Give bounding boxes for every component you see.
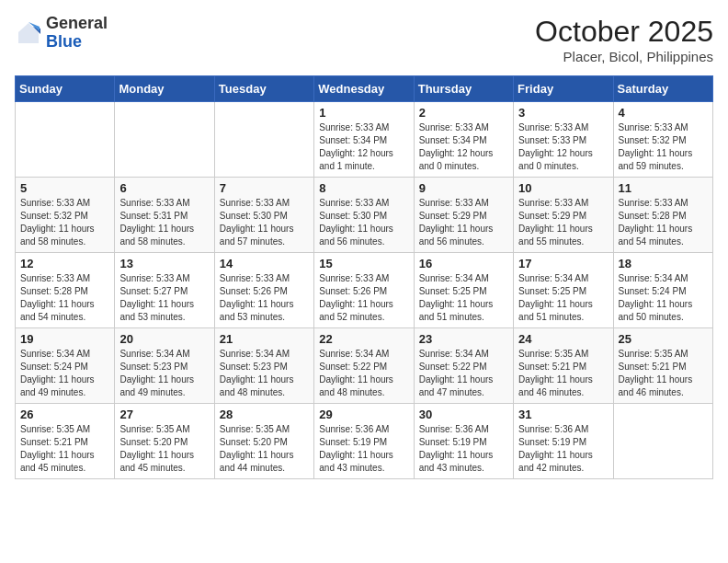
day-cell: 20Sunrise: 5:34 AM Sunset: 5:23 PM Dayli… <box>115 328 214 404</box>
day-info: Sunrise: 5:33 AM Sunset: 5:32 PM Dayligh… <box>20 197 109 248</box>
day-info: Sunrise: 5:34 AM Sunset: 5:22 PM Dayligh… <box>419 348 508 399</box>
day-cell: 25Sunrise: 5:35 AM Sunset: 5:21 PM Dayli… <box>613 328 712 404</box>
day-number: 16 <box>419 257 508 270</box>
day-cell: 12Sunrise: 5:33 AM Sunset: 5:28 PM Dayli… <box>16 253 115 328</box>
day-number: 21 <box>220 332 309 346</box>
day-info: Sunrise: 5:35 AM Sunset: 5:20 PM Dayligh… <box>220 423 309 475</box>
logo-text: General Blue <box>46 15 108 52</box>
day-number: 25 <box>619 332 708 346</box>
logo: General Blue <box>15 15 108 52</box>
day-cell: 7Sunrise: 5:33 AM Sunset: 5:30 PM Daylig… <box>214 178 313 253</box>
week-row-1: 5Sunrise: 5:33 AM Sunset: 5:32 PM Daylig… <box>16 178 713 253</box>
day-cell: 26Sunrise: 5:35 AM Sunset: 5:21 PM Dayli… <box>16 404 115 479</box>
day-info: Sunrise: 5:34 AM Sunset: 5:22 PM Dayligh… <box>319 348 408 399</box>
day-info: Sunrise: 5:34 AM Sunset: 5:24 PM Dayligh… <box>20 348 109 399</box>
day-cell: 15Sunrise: 5:33 AM Sunset: 5:26 PM Dayli… <box>314 253 414 328</box>
day-cell: 8Sunrise: 5:33 AM Sunset: 5:30 PM Daylig… <box>314 178 414 253</box>
day-number: 26 <box>20 408 109 421</box>
day-info: Sunrise: 5:33 AM Sunset: 5:33 PM Dayligh… <box>518 121 608 173</box>
day-cell: 14Sunrise: 5:33 AM Sunset: 5:26 PM Dayli… <box>214 253 313 328</box>
day-number: 7 <box>220 181 309 195</box>
weekday-header-sunday: Sunday <box>16 76 115 102</box>
day-cell: 2Sunrise: 5:33 AM Sunset: 5:34 PM Daylig… <box>414 102 513 178</box>
day-info: Sunrise: 5:34 AM Sunset: 5:25 PM Dayligh… <box>518 272 608 324</box>
day-number: 4 <box>619 106 708 120</box>
day-info: Sunrise: 5:34 AM Sunset: 5:24 PM Dayligh… <box>619 272 708 324</box>
week-row-0: 1Sunrise: 5:33 AM Sunset: 5:34 PM Daylig… <box>16 102 713 178</box>
day-cell: 6Sunrise: 5:33 AM Sunset: 5:31 PM Daylig… <box>115 178 214 253</box>
day-number: 17 <box>518 257 608 270</box>
day-number: 19 <box>20 332 109 346</box>
day-number: 27 <box>119 408 209 421</box>
day-number: 9 <box>419 181 508 195</box>
day-info: Sunrise: 5:34 AM Sunset: 5:23 PM Dayligh… <box>119 348 209 399</box>
day-cell <box>613 404 712 479</box>
day-number: 3 <box>518 106 608 120</box>
day-number: 15 <box>319 257 408 270</box>
day-number: 6 <box>119 181 209 195</box>
day-info: Sunrise: 5:33 AM Sunset: 5:29 PM Dayligh… <box>419 197 508 248</box>
day-info: Sunrise: 5:35 AM Sunset: 5:21 PM Dayligh… <box>619 348 708 399</box>
week-row-4: 26Sunrise: 5:35 AM Sunset: 5:21 PM Dayli… <box>16 404 713 479</box>
title-block: October 2025 Placer, Bicol, Philippines <box>535 15 713 64</box>
day-number: 31 <box>518 408 608 421</box>
day-number: 8 <box>319 181 408 195</box>
day-cell: 21Sunrise: 5:34 AM Sunset: 5:23 PM Dayli… <box>214 328 313 404</box>
day-cell: 5Sunrise: 5:33 AM Sunset: 5:32 PM Daylig… <box>16 178 115 253</box>
day-number: 2 <box>419 106 508 120</box>
day-info: Sunrise: 5:35 AM Sunset: 5:21 PM Dayligh… <box>20 423 109 475</box>
day-cell: 31Sunrise: 5:36 AM Sunset: 5:19 PM Dayli… <box>514 404 613 479</box>
day-cell: 17Sunrise: 5:34 AM Sunset: 5:25 PM Dayli… <box>514 253 613 328</box>
day-cell: 1Sunrise: 5:33 AM Sunset: 5:34 PM Daylig… <box>314 102 414 178</box>
day-number: 11 <box>619 181 708 195</box>
day-info: Sunrise: 5:35 AM Sunset: 5:20 PM Dayligh… <box>119 423 209 475</box>
day-number: 28 <box>220 408 309 421</box>
day-info: Sunrise: 5:33 AM Sunset: 5:28 PM Dayligh… <box>619 197 708 248</box>
day-info: Sunrise: 5:33 AM Sunset: 5:29 PM Dayligh… <box>518 197 608 248</box>
day-number: 18 <box>619 257 708 270</box>
day-cell: 19Sunrise: 5:34 AM Sunset: 5:24 PM Dayli… <box>16 328 115 404</box>
weekday-header-monday: Monday <box>115 76 214 102</box>
day-info: Sunrise: 5:33 AM Sunset: 5:34 PM Dayligh… <box>319 121 408 173</box>
day-cell: 13Sunrise: 5:33 AM Sunset: 5:27 PM Dayli… <box>115 253 214 328</box>
day-number: 5 <box>20 181 109 195</box>
page-header: General Blue October 2025 Placer, Bicol,… <box>15 15 713 64</box>
day-info: Sunrise: 5:36 AM Sunset: 5:19 PM Dayligh… <box>419 423 508 475</box>
day-cell: 9Sunrise: 5:33 AM Sunset: 5:29 PM Daylig… <box>414 178 513 253</box>
day-cell <box>214 102 313 178</box>
day-cell: 10Sunrise: 5:33 AM Sunset: 5:29 PM Dayli… <box>514 178 613 253</box>
day-info: Sunrise: 5:33 AM Sunset: 5:34 PM Dayligh… <box>419 121 508 173</box>
day-info: Sunrise: 5:33 AM Sunset: 5:28 PM Dayligh… <box>20 272 109 324</box>
weekday-header-saturday: Saturday <box>613 76 712 102</box>
day-cell <box>16 102 115 178</box>
day-number: 29 <box>319 408 408 421</box>
location: Placer, Bicol, Philippines <box>535 49 713 64</box>
day-number: 23 <box>419 332 508 346</box>
day-info: Sunrise: 5:34 AM Sunset: 5:23 PM Dayligh… <box>220 348 309 399</box>
day-cell: 4Sunrise: 5:33 AM Sunset: 5:32 PM Daylig… <box>613 102 712 178</box>
day-cell <box>115 102 214 178</box>
day-info: Sunrise: 5:33 AM Sunset: 5:32 PM Dayligh… <box>619 121 708 173</box>
day-cell: 11Sunrise: 5:33 AM Sunset: 5:28 PM Dayli… <box>613 178 712 253</box>
day-number: 1 <box>319 106 408 120</box>
logo-icon <box>15 19 42 47</box>
day-number: 12 <box>20 257 109 270</box>
day-cell: 27Sunrise: 5:35 AM Sunset: 5:20 PM Dayli… <box>115 404 214 479</box>
day-info: Sunrise: 5:33 AM Sunset: 5:30 PM Dayligh… <box>220 197 309 248</box>
day-number: 13 <box>119 257 209 270</box>
day-cell: 18Sunrise: 5:34 AM Sunset: 5:24 PM Dayli… <box>613 253 712 328</box>
week-row-3: 19Sunrise: 5:34 AM Sunset: 5:24 PM Dayli… <box>16 328 713 404</box>
day-number: 24 <box>518 332 608 346</box>
weekday-header-thursday: Thursday <box>414 76 513 102</box>
day-cell: 16Sunrise: 5:34 AM Sunset: 5:25 PM Dayli… <box>414 253 513 328</box>
day-number: 10 <box>518 181 608 195</box>
weekday-header-tuesday: Tuesday <box>214 76 313 102</box>
day-cell: 28Sunrise: 5:35 AM Sunset: 5:20 PM Dayli… <box>214 404 313 479</box>
weekday-header-wednesday: Wednesday <box>314 76 414 102</box>
day-info: Sunrise: 5:34 AM Sunset: 5:25 PM Dayligh… <box>419 272 508 324</box>
day-info: Sunrise: 5:33 AM Sunset: 5:30 PM Dayligh… <box>319 197 408 248</box>
day-info: Sunrise: 5:35 AM Sunset: 5:21 PM Dayligh… <box>518 348 608 399</box>
day-cell: 22Sunrise: 5:34 AM Sunset: 5:22 PM Dayli… <box>314 328 414 404</box>
calendar-table: SundayMondayTuesdayWednesdayThursdayFrid… <box>15 75 713 479</box>
logo-general: General <box>46 15 108 33</box>
